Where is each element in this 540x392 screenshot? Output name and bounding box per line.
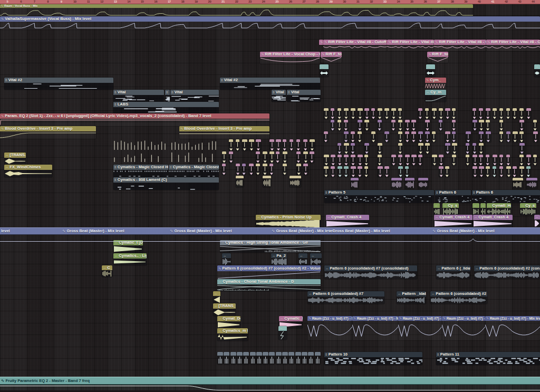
mini-grid-right-row2-clip[interactable]: [405, 120, 410, 131]
mini-grid-right-row6-clip[interactable]: [499, 166, 504, 177]
mini-grid-right-row2-clip[interactable]: [378, 120, 381, 131]
mini-grid-mid-row2-clip[interactable]: [296, 151, 301, 163]
mini-grid-right-row4-clip[interactable]: [479, 143, 484, 154]
mini-grid-right-row3-clip[interactable]: [486, 131, 491, 142]
mini-grid-right-row3-clip[interactable]: [371, 131, 376, 142]
pattern6-consolidated-2[interactable]: ↔Pattern 6 (_lidated): [436, 265, 470, 279]
mini-grid-right-row3-clip[interactable]: [425, 131, 430, 142]
mini-grid-right-row6-clip[interactable]: [486, 166, 490, 177]
mini-grid-right-row4-clip[interactable]: [378, 143, 382, 154]
mini-grid-right-row6-clip[interactable]: [445, 166, 449, 177]
trans-to-me-2[interactable]: ↔[TRANS_to Me: [213, 303, 236, 316]
mini-grid-right-row3-clip[interactable]: [418, 131, 423, 142]
mini-grid-right-row1-clip[interactable]: [418, 108, 422, 119]
cys-clip-2[interactable]: ↔Cy_s: [520, 203, 536, 215]
gross-beat-automation-bar[interactable]: level∿ Gross Beat (Master) - Mix level∿ …: [0, 227, 540, 235]
raum-mix-3[interactable]: ∿Raum (Zzz - u_ted) #7) - Mix level: [398, 316, 442, 340]
gross-beat-track[interactable]: level∿ Gross Beat (Master) - Mix level∿ …: [0, 227, 540, 239]
mini-grid-right-row1-clip[interactable]: [506, 108, 510, 119]
rift-vital-cutoff-3[interactable]: ∿Rift Filter Lite - Vital #8 - Cutoff: [434, 40, 486, 51]
blob-grid-mid-row4-clip[interactable]: [236, 176, 244, 187]
mini-grid-right-row1-clip[interactable]: [479, 108, 483, 119]
cym-automation[interactable]: ∿Cym_: [425, 78, 446, 89]
mini-grid-right-row1-clip[interactable]: [493, 108, 497, 119]
mini-grid-right-row5-clip[interactable]: [439, 155, 443, 166]
teal-mini-2[interactable]: ↔: [426, 64, 435, 77]
cymati-hats[interactable]: ↔Cymati_Hats: [487, 203, 511, 215]
mini-grid-mid-row3-clip[interactable]: [236, 164, 240, 175]
mini-grid-right-row5-clip[interactable]: [486, 155, 489, 166]
rift-f-toff-1[interactable]: ∿Rift F_toff: [321, 52, 342, 63]
mini-grid-right-row2-clip[interactable]: [364, 120, 370, 131]
mini-grid-right-row1-clip[interactable]: [324, 108, 329, 119]
mini-grid-right-row1-clip[interactable]: [519, 108, 524, 119]
mini-grid-mid-row3-clip[interactable]: [263, 164, 267, 175]
raum-mix-1[interactable]: ∿Raum (Zzz - u_ted) #7) - Mix level: [307, 316, 352, 340]
mini-grid-right-row5-clip[interactable]: [519, 155, 524, 166]
mini-grid-right-row5-clip[interactable]: [338, 155, 342, 166]
mini-audio-row-16-clip[interactable]: [243, 352, 249, 365]
vital-sliver[interactable]: ≡: [165, 90, 170, 102]
mini-grid-right-row5-clip[interactable]: [351, 155, 355, 166]
tri-mini[interactable]: ↔: [213, 291, 220, 303]
mini-audio-row-16-clip[interactable]: [282, 352, 288, 365]
mini-grid-right-row2-clip[interactable]: [331, 120, 335, 131]
mini-grid-right-row2-clip[interactable]: [344, 120, 348, 131]
mini-grid-right-row4-clip[interactable]: [351, 143, 355, 154]
mini-grid-right-row5-clip[interactable]: [472, 155, 478, 166]
mini-grid-mid-row1-clip[interactable]: [283, 139, 286, 151]
mini-grid-mid-row3-clip[interactable]: [296, 164, 301, 175]
rift-vocalchop-cutoff[interactable]: ∿Rift Filter Lite - Vocal Chop - Cutoff …: [260, 52, 320, 64]
mini-grid-right-row5-clip[interactable]: [344, 155, 349, 166]
mini-audio-row-16-clip[interactable]: [308, 352, 314, 365]
rift-mini-automation[interactable]: ∿: [319, 40, 323, 45]
raum-mix-2[interactable]: ∿Raum (Zzz - u_ted) #7) - Mix level: [352, 316, 398, 340]
prism-noise-up[interactable]: ↔Cymatics - Prism Noise Up: [256, 215, 321, 227]
mini-grid-right-row6-clip[interactable]: [439, 166, 443, 177]
parametric-eq-automation-bar[interactable]: ∿ Fruity Parametric EQ 2 - Master - Band…: [0, 377, 540, 385]
mini-grid-right-row6-clip[interactable]: [358, 166, 362, 177]
mini-grid-right-row4-clip[interactable]: [425, 143, 430, 154]
teal-mini-1[interactable]: ↔: [320, 64, 329, 77]
mini-grid-right-row1-clip[interactable]: [378, 108, 382, 119]
mini-grid-right-row3-clip[interactable]: [398, 131, 403, 142]
mini-grid-right-row5-clip[interactable]: [391, 155, 396, 166]
cys-mini-3[interactable]: ↔: [480, 203, 486, 215]
mini-grid-right-row3-clip[interactable]: [324, 131, 328, 142]
mini-grid-right-row5-clip[interactable]: [493, 155, 497, 166]
timeline-ruler[interactable]: 5678910111213141516171819202122232425262…: [0, 0, 540, 4]
mini-grid-right-row5-clip[interactable]: [499, 155, 504, 166]
mini-grid-right-row5-clip[interactable]: [526, 155, 531, 166]
mini-grid-right-row3-clip[interactable]: [445, 131, 450, 142]
mini-grid-right-row5-clip[interactable]: [533, 155, 537, 166]
mini-grid-mid-row3-clip[interactable]: [222, 164, 226, 175]
cymati-crash-1[interactable]: ↔Cymati_Crash 4: [326, 215, 369, 227]
pattern-11[interactable]: ≡Pattern 11: [436, 352, 540, 365]
valhalla-automation[interactable]: ∿ValhallaSupermassive (Vocal Buss) - Mix…: [0, 16, 540, 30]
bolt-mini[interactable]: ↔: [278, 326, 287, 340]
mini-grid-right-row1-clip[interactable]: [331, 108, 334, 119]
cymati-crash-2[interactable]: ↔Cymati_Crash 4: [434, 215, 472, 227]
mini-grid-right-row2-clip[interactable]: [479, 120, 484, 131]
mini-grid-right-row3-clip[interactable]: [358, 131, 362, 142]
mini-grid-right-row6-clip[interactable]: [338, 166, 342, 177]
vital-clip-4[interactable]: ≡Vital: [287, 90, 321, 102]
mini-grid-right-row6-clip[interactable]: [364, 166, 368, 177]
teal-mini-3[interactable]: ↔: [534, 64, 540, 77]
blood-overdrive-1[interactable]: ∿Blood Overdrive - Insert 3 - Pre amp: [0, 126, 96, 139]
blood-overdrive-2[interactable]: ∿Blood Overdrive - Insert 3 - Pre amp: [179, 126, 269, 139]
rift-vital-cutoff-4[interactable]: ∿Rift Filter Lite - Vital #8 - Cutoff #3: [486, 40, 540, 51]
mini-grid-mid-row1-clip[interactable]: [236, 139, 239, 151]
cymatics-light-1[interactable]: ↔Cymatics.. - Light 1: [113, 253, 147, 265]
pattern6-consolidated-1[interactable]: ↔Pattern 6 (consolidated) #7 (consolidat…: [324, 265, 417, 279]
pattern-10[interactable]: ≡Pattern 10: [324, 352, 422, 365]
mini-grid-right-row6-clip[interactable]: [526, 166, 531, 177]
mini-grid-mid-row1-clip[interactable]: [276, 139, 281, 151]
mini-grid-mid-row1-clip[interactable]: [249, 139, 254, 151]
rift-f-toff-2[interactable]: ∿Rift F_toff: [427, 52, 448, 63]
pattern-6-b[interactable]: ≡Pattern 6: [472, 190, 540, 203]
mini-grid-right-row1-clip[interactable]: [445, 108, 450, 119]
mini-grid-right-row1-clip[interactable]: [439, 108, 443, 119]
mini-grid-right-row5-clip[interactable]: [364, 155, 368, 166]
mini-grid-right-row6-clip[interactable]: [506, 166, 512, 177]
